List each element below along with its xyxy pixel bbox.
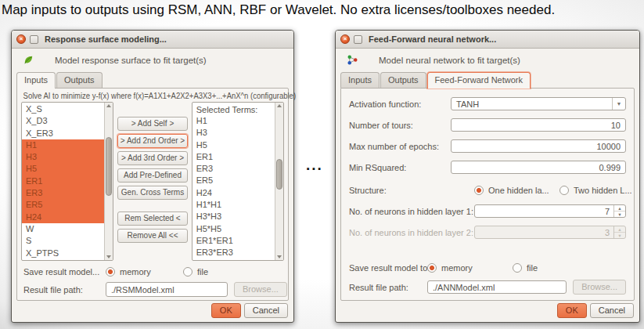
- number-of-tours-row: Number of tours:: [341, 116, 634, 134]
- scrollbar-thumb[interactable]: [276, 159, 282, 189]
- list-item-x-ptps[interactable]: X_PTPS: [22, 248, 104, 259]
- rsm-titlebar[interactable]: × Response surface modeling...: [12, 31, 293, 49]
- rsm-input-terms-list[interactable]: X_SX_D3X_ER3H1H3H5ER1ER3ER5H24WSX_PTPS: [21, 102, 113, 261]
- selected-term-er5[interactable]: ER5: [192, 175, 275, 186]
- tab-feed-forward-network[interactable]: Feed-Forward Network: [427, 72, 531, 89]
- rsm-tab-content: Solve AI to minimize y-f(x) where f(x)=A…: [16, 88, 289, 301]
- radio-option-file[interactable]: file: [513, 263, 538, 273]
- add-3rd-order-button[interactable]: > Add 3rd Order >: [117, 151, 187, 165]
- rsm-selected-terms-list[interactable]: Selected Terms: H1H3H5ER1ER3ER5H24H1*H1H…: [192, 102, 284, 261]
- tab-inputs[interactable]: Inputs: [340, 72, 380, 88]
- scroll-down-icon[interactable]: [275, 254, 283, 260]
- add-2nd-order-button[interactable]: > Add 2nd Order >: [117, 134, 187, 148]
- selected-term-h5[interactable]: H5: [192, 139, 275, 151]
- window-title: Feed-Forward neural network...: [369, 34, 496, 44]
- stepper-up-icon: ▲: [614, 226, 625, 233]
- radio-checked-icon[interactable]: [106, 267, 115, 277]
- radio-option-memory[interactable]: memory: [427, 263, 509, 273]
- rsm-leaf-icon: [23, 54, 34, 66]
- close-icon[interactable]: ×: [340, 34, 350, 44]
- result-file-path-input[interactable]: [106, 282, 228, 297]
- radio-unchecked-icon[interactable]: [513, 263, 522, 273]
- save-model-label: Save result model...: [23, 267, 106, 277]
- rsm-selected-terms-items: Selected Terms: H1H3H5ER1ER3ER5H24H1*H1H…: [192, 103, 275, 260]
- activation-function-row: Activation function: TANH ▼: [341, 95, 634, 113]
- max-epochs-input[interactable]: [451, 139, 626, 153]
- neurons-layer1-input[interactable]: [475, 205, 613, 217]
- selected-term-h5-h5[interactable]: H5*H5: [192, 223, 275, 235]
- list-item-er1[interactable]: ER1: [22, 175, 104, 187]
- radio-unchecked-icon[interactable]: [183, 267, 192, 277]
- ann-save-section: Save result model to: memoryfile Result …: [341, 258, 634, 300]
- min-rsquared-input[interactable]: [451, 161, 626, 174]
- selected-term-er1-er1[interactable]: ER1*ER1: [192, 235, 275, 247]
- radio-option-one-hidden-la[interactable]: One hidden la...: [474, 186, 556, 195]
- cancel-button[interactable]: Cancel: [244, 303, 288, 318]
- radio-option-file[interactable]: file: [183, 267, 208, 277]
- rsm-selected-list-scrollbar[interactable]: [275, 103, 283, 260]
- rsm-transfer-buttons: > Add Self >> Add 2nd Order >> Add 3rd O…: [117, 102, 187, 243]
- list-item-x-d3[interactable]: X_D3: [22, 115, 104, 127]
- stepper-up-icon[interactable]: ▲: [614, 205, 625, 212]
- ann-form: Activation function: TANH ▼ Number of to…: [341, 89, 634, 300]
- radio-option-memory[interactable]: memory: [106, 267, 180, 277]
- add-pre-defined-button[interactable]: Add Pre-Defined: [117, 168, 187, 183]
- radio-unchecked-icon[interactable]: [559, 186, 569, 195]
- scroll-up-icon[interactable]: [105, 103, 113, 109]
- selected-term-h24[interactable]: H24: [192, 187, 275, 199]
- restore-icon[interactable]: [30, 35, 38, 44]
- selected-term-er3-er3[interactable]: ER3*ER3: [192, 247, 275, 258]
- result-file-path-input[interactable]: [427, 280, 567, 294]
- radio-label-file: file: [197, 267, 208, 277]
- scrollbar-thumb[interactable]: [106, 137, 112, 195]
- cancel-button[interactable]: Cancel: [590, 303, 634, 318]
- list-item-h24[interactable]: H24: [22, 212, 104, 223]
- scroll-down-icon[interactable]: [105, 254, 113, 260]
- neurons-layer2-row: No. of neurons in hidden layer 2: ▲ ▼: [341, 223, 634, 241]
- radio-option-two-hidden-l[interactable]: Two hidden L...: [559, 186, 632, 195]
- ann-file-path-row: Result file path: Browse...: [341, 278, 634, 296]
- list-item-h1[interactable]: H1: [22, 139, 104, 151]
- rem-selected-button[interactable]: Rem Selected <: [117, 212, 187, 226]
- close-icon[interactable]: ×: [16, 34, 26, 44]
- tab-outputs[interactable]: Outputs: [56, 72, 103, 88]
- list-item-h5[interactable]: H5: [22, 163, 104, 175]
- ann-titlebar[interactable]: × Feed-Forward neural network...: [336, 31, 639, 49]
- list-item-er5[interactable]: ER5: [22, 199, 104, 211]
- stepper-down-icon[interactable]: ▼: [614, 212, 625, 217]
- rsm-input-terms-items: X_SX_D3X_ER3H1H3H5ER1ER3ER5H24WSX_PTPS: [22, 103, 104, 260]
- tab-outputs[interactable]: Outputs: [380, 72, 426, 88]
- radio-checked-icon[interactable]: [474, 186, 484, 195]
- rsm-input-list-scrollbar[interactable]: [104, 103, 113, 260]
- add-self-button[interactable]: > Add Self >: [117, 117, 187, 131]
- gen-cross-terms-button[interactable]: Gen. Cross Terms: [117, 186, 187, 200]
- number-of-tours-input[interactable]: [451, 118, 626, 132]
- list-item-er3[interactable]: ER3: [22, 187, 104, 199]
- neurons-layer1-row: No. of neurons in hidden layer 1: ▲ ▼: [341, 202, 634, 220]
- radio-checked-icon[interactable]: [427, 263, 437, 273]
- restore-icon[interactable]: [354, 35, 362, 44]
- rsm-footer: OK Cancel: [211, 303, 288, 318]
- tab-inputs[interactable]: Inputs: [16, 72, 56, 89]
- activation-function-select[interactable]: TANH ▼: [451, 97, 626, 110]
- chevron-down-icon[interactable]: ▼: [612, 98, 625, 110]
- list-item-s[interactable]: S: [22, 235, 104, 247]
- list-item-x-er3[interactable]: X_ER3: [22, 128, 104, 139]
- selected-term-er3[interactable]: ER3: [192, 163, 275, 175]
- stepper-buttons[interactable]: ▲ ▼: [613, 205, 625, 217]
- number-of-tours-label: Number of tours:: [349, 121, 451, 130]
- rsm-subtitle: Model response surface to fit target(s): [55, 56, 207, 65]
- remove-all-button[interactable]: Remove All <<: [117, 229, 187, 243]
- list-item-h3[interactable]: H3: [22, 151, 104, 163]
- ok-button[interactable]: OK: [211, 303, 241, 318]
- list-item-w[interactable]: W: [22, 223, 104, 235]
- neurons-layer1-stepper[interactable]: ▲ ▼: [474, 204, 626, 218]
- scroll-up-icon[interactable]: [275, 103, 283, 109]
- selected-term-h3[interactable]: H3: [192, 127, 275, 139]
- selected-term-h1[interactable]: H1: [192, 115, 275, 127]
- selected-term-er1[interactable]: ER1: [192, 151, 275, 163]
- list-item-x-s[interactable]: X_S: [22, 103, 104, 115]
- selected-term-h1-h1[interactable]: H1*H1: [192, 199, 275, 211]
- selected-term-h3-h3[interactable]: H3*H3: [192, 211, 275, 222]
- ok-button[interactable]: OK: [557, 303, 587, 318]
